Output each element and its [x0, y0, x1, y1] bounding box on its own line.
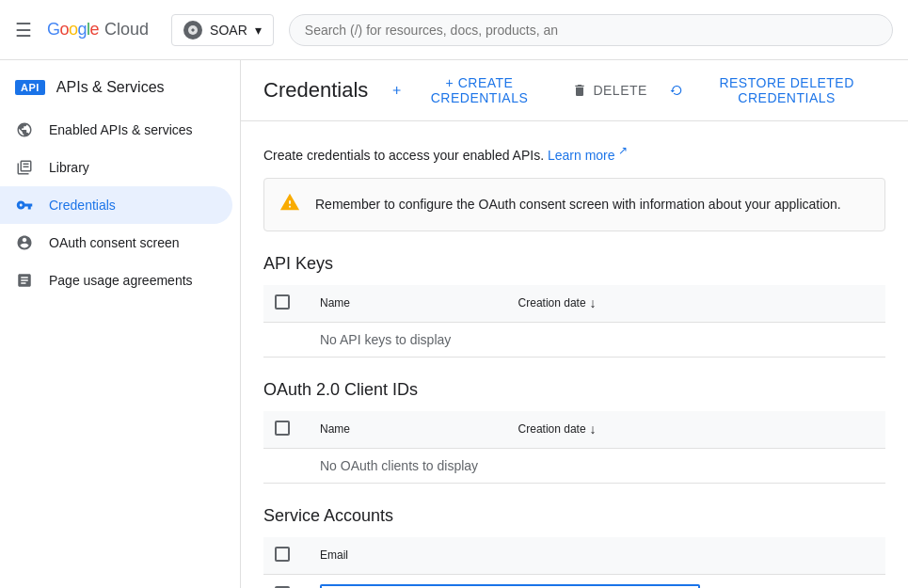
sa-row-checkbox-cell — [263, 574, 309, 588]
content-area: Create credentials to access your enable… — [241, 121, 908, 588]
logo-letter-g1: G — [47, 20, 60, 39]
sa-select-all-checkbox[interactable] — [275, 547, 290, 562]
oauth-date-header[interactable]: Creation date ↓ — [507, 411, 885, 449]
service-accounts-section: Service Accounts Email — [263, 506, 885, 588]
credentials-header: Credentials + CREATE CREDENTIALS DELETE … — [241, 60, 908, 121]
learn-more-link[interactable]: Learn more ↗ — [548, 148, 628, 163]
google-cloud-logo: Google Cloud — [47, 20, 149, 40]
oauth-checkbox-header — [263, 411, 309, 449]
sidebar-item-page-usage-label: Page usage agreements — [49, 273, 193, 288]
oauth-consent-icon — [15, 233, 34, 252]
service-account-email-link[interactable]: sumo-logic-cloud-soar@soar-381914.iam.gs… — [320, 584, 700, 588]
warning-icon — [279, 192, 300, 217]
page-title: Credentials — [263, 78, 368, 103]
oauth-title: OAuth 2.0 Client IDs — [263, 380, 885, 400]
oauth-table: Name Creation date ↓ — [263, 411, 885, 484]
api-keys-title: API Keys — [263, 254, 885, 274]
cloud-text: Cloud — [104, 20, 149, 40]
library-icon — [15, 158, 34, 177]
create-credentials-button[interactable]: + CREATE CREDENTIALS — [390, 75, 550, 105]
page-usage-icon — [15, 271, 34, 290]
api-keys-select-all-checkbox[interactable] — [275, 294, 290, 310]
logo-letter-e: e — [90, 20, 100, 39]
info-text: Create credentials to access your enable… — [263, 144, 885, 163]
project-icon — [183, 21, 202, 40]
api-keys-section: API Keys Name Creation d — [263, 254, 885, 358]
plus-icon — [390, 83, 403, 98]
restore-icon — [670, 83, 682, 98]
logo-letter-o1: o — [60, 20, 70, 39]
api-keys-checkbox-header — [263, 285, 309, 323]
layout: API APIs & Services Enabled APIs & servi… — [0, 60, 908, 588]
enabled-apis-icon — [15, 120, 34, 139]
sidebar-item-oauth-consent[interactable]: OAuth consent screen — [0, 224, 232, 262]
oauth-section: OAuth 2.0 Client IDs Name — [263, 380, 885, 484]
credentials-icon — [15, 196, 34, 215]
project-name: SOAR — [210, 23, 247, 38]
sidebar-item-library[interactable]: Library — [0, 149, 232, 186]
service-accounts-title: Service Accounts — [263, 506, 885, 526]
sa-email-cell: sumo-logic-cloud-soar@soar-381914.iam.gs… — [309, 574, 885, 588]
sidebar-item-credentials-label: Credentials — [49, 198, 116, 213]
warning-banner: Remember to configure the OAuth consent … — [263, 178, 885, 231]
service-account-row: sumo-logic-cloud-soar@soar-381914.iam.gs… — [263, 574, 885, 588]
sidebar-item-credentials[interactable]: Credentials — [0, 186, 232, 224]
sa-checkbox-header — [263, 537, 309, 575]
sidebar-item-oauth-label: OAuth consent screen — [49, 235, 180, 250]
restore-credentials-button[interactable]: RESTORE DELETED CREDENTIALS — [670, 75, 885, 105]
project-selector[interactable]: SOAR ▾ — [171, 14, 274, 46]
sidebar-item-page-usage[interactable]: Page usage agreements — [0, 262, 232, 299]
project-dropdown-icon: ▾ — [255, 23, 262, 38]
api-keys-empty-message: No API keys to display — [309, 322, 885, 357]
delete-icon — [572, 83, 587, 98]
logo-letter-o2: o — [69, 20, 78, 39]
topbar: ☰ Google Cloud SOAR ▾ — [0, 0, 908, 60]
api-keys-date-header[interactable]: Creation date ↓ — [507, 285, 885, 323]
menu-icon[interactable]: ☰ — [15, 19, 32, 41]
main-content: Credentials + CREATE CREDENTIALS DELETE … — [241, 60, 908, 588]
sidebar-item-library-label: Library — [49, 160, 89, 175]
api-keys-table: Name Creation date ↓ — [263, 285, 885, 358]
sidebar-item-enabled-apis-label: Enabled APIs & services — [49, 122, 193, 137]
api-keys-empty-checkbox — [263, 322, 309, 357]
warning-text: Remember to configure the OAuth consent … — [315, 197, 841, 212]
project-icon-svg — [187, 24, 199, 36]
service-accounts-table: Email sumo-logic-cloud-soar@soar-381914.… — [263, 537, 885, 588]
api-badge: API — [15, 80, 45, 95]
search-input[interactable] — [289, 14, 893, 46]
api-keys-empty-row: No API keys to display — [263, 322, 885, 357]
sidebar-header: API APIs & Services — [0, 68, 240, 111]
oauth-empty-row: No OAuth clients to display — [263, 448, 885, 483]
delete-button[interactable]: DELETE — [572, 83, 646, 98]
sidebar-item-enabled-apis[interactable]: Enabled APIs & services — [0, 111, 232, 149]
sort-icon-api-keys: ↓ — [590, 295, 597, 310]
oauth-empty-message: No OAuth clients to display — [309, 448, 885, 483]
external-link-icon: ↗ — [618, 144, 628, 157]
sort-icon-oauth: ↓ — [590, 421, 597, 437]
google-logo-text: Google — [47, 20, 99, 40]
sidebar: API APIs & Services Enabled APIs & servi… — [0, 60, 241, 588]
oauth-name-header: Name — [309, 411, 507, 449]
sidebar-nav: Enabled APIs & services Library Credenti… — [0, 111, 240, 299]
sa-email-header: Email — [309, 537, 885, 575]
oauth-empty-checkbox — [263, 448, 309, 483]
api-keys-name-header: Name — [309, 285, 507, 323]
oauth-select-all-checkbox[interactable] — [275, 421, 290, 436]
sidebar-title: APIs & Services — [56, 79, 165, 96]
logo-letter-g2: g — [78, 20, 88, 39]
